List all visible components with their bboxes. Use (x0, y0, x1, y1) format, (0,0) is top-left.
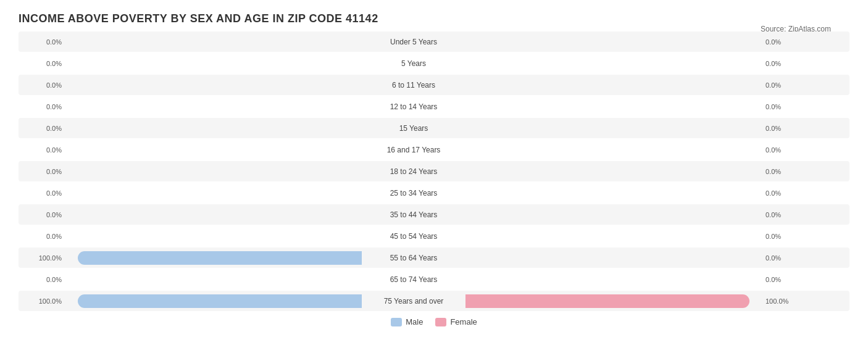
male-bar-track (65, 186, 362, 200)
right-container: 0.0% (463, 78, 809, 92)
male-bar-track (65, 273, 362, 286)
left-container: 100.0% (19, 294, 364, 308)
female-bar-track (465, 165, 762, 178)
chart-row: 100.0% 75 Years and over 100.0% (19, 291, 849, 311)
age-label: 18 to 24 Years (364, 167, 463, 176)
chart-row: 0.0% 35 to 44 Years 0.0% (19, 204, 849, 225)
female-value: 0.0% (766, 103, 793, 110)
female-bar-track (465, 273, 762, 286)
left-container: 0.0% (19, 78, 364, 92)
left-container: 0.0% (19, 35, 364, 49)
left-container: 0.0% (19, 122, 364, 135)
chart-row: 0.0% 12 to 14 Years 0.0% (19, 96, 849, 117)
female-bar-track (465, 294, 762, 308)
left-container: 0.0% (19, 57, 364, 70)
male-value: 0.0% (34, 38, 62, 46)
chart-row: 0.0% 65 to 74 Years 0.0% (19, 269, 849, 289)
left-container: 0.0% (19, 186, 364, 200)
male-value: 0.0% (34, 125, 62, 132)
right-container: 0.0% (463, 251, 809, 265)
male-bar-track (65, 208, 362, 222)
chart-row: 0.0% 5 Years 0.0% (19, 53, 849, 73)
chart-row: 0.0% 16 and 17 Years 0.0% (19, 139, 849, 160)
chart-row: 0.0% 25 to 34 Years 0.0% (19, 183, 849, 203)
legend-female: Female (435, 317, 477, 326)
chart-row: 0.0% 18 to 24 Years 0.0% (19, 161, 849, 181)
age-label: 45 to 54 Years (364, 232, 463, 241)
male-value: 100.0% (34, 297, 62, 305)
age-label: 65 to 74 Years (364, 275, 463, 284)
female-bar-track (465, 230, 762, 243)
right-container: 0.0% (463, 186, 809, 200)
age-label: 5 Years (364, 59, 463, 68)
male-value: 0.0% (34, 211, 62, 218)
female-bar-track (465, 100, 762, 114)
male-value: 0.0% (34, 60, 62, 67)
chart-row: 0.0% 6 to 11 Years 0.0% (19, 75, 849, 95)
female-bar-track (465, 251, 762, 265)
male-bar-track (65, 294, 362, 308)
male-bar (78, 251, 362, 265)
left-container: 0.0% (19, 273, 364, 286)
right-container: 0.0% (463, 143, 809, 157)
male-bar-track (65, 35, 362, 49)
right-container: 0.0% (463, 230, 809, 243)
female-value: 0.0% (766, 60, 793, 67)
male-bar (78, 294, 362, 308)
male-value: 0.0% (34, 103, 62, 110)
left-container: 0.0% (19, 230, 364, 243)
left-container: 0.0% (19, 165, 364, 178)
female-value: 0.0% (766, 276, 793, 283)
chart-row: 100.0% 55 to 64 Years 0.0% (19, 247, 849, 268)
male-bar-track (65, 165, 362, 178)
female-bar-track (465, 78, 762, 92)
male-value: 100.0% (34, 254, 62, 262)
chart-row: 0.0% 15 Years 0.0% (19, 118, 849, 138)
left-container: 0.0% (19, 208, 364, 222)
right-container: 0.0% (463, 100, 809, 114)
male-value: 0.0% (34, 233, 62, 240)
female-bar-track (465, 208, 762, 222)
legend-female-icon (435, 318, 446, 326)
left-container: 100.0% (19, 251, 364, 265)
age-label: 35 to 44 Years (364, 210, 463, 219)
age-label: 55 to 64 Years (364, 254, 463, 262)
age-label: 6 to 11 Years (364, 81, 463, 89)
legend: Male Female (19, 317, 849, 326)
right-container: 100.0% (463, 294, 809, 308)
female-bar-track (465, 57, 762, 70)
female-bar-track (465, 186, 762, 200)
female-bar (465, 294, 749, 308)
right-container: 0.0% (463, 273, 809, 286)
male-value: 0.0% (34, 81, 62, 89)
legend-male-label: Male (406, 317, 423, 326)
chart-title: INCOME ABOVE POVERTY BY SEX AND AGE IN Z… (19, 12, 849, 25)
chart-area: 0.0% Under 5 Years 0.0% 0.0% 5 Years (19, 31, 849, 311)
male-bar-track (65, 122, 362, 135)
age-label: 75 Years and over (364, 297, 463, 306)
female-value: 0.0% (766, 38, 793, 46)
right-container: 0.0% (463, 57, 809, 70)
female-bar-track (465, 122, 762, 135)
age-label: Under 5 Years (364, 38, 463, 46)
male-bar-track (65, 57, 362, 70)
left-container: 0.0% (19, 100, 364, 114)
right-container: 0.0% (463, 208, 809, 222)
chart-row: 0.0% 45 to 54 Years 0.0% (19, 226, 849, 246)
female-value: 0.0% (766, 254, 793, 262)
male-value: 0.0% (34, 189, 62, 197)
age-label: 25 to 34 Years (364, 189, 463, 197)
right-container: 0.0% (463, 35, 809, 49)
male-bar-track (65, 78, 362, 92)
female-value: 0.0% (766, 125, 793, 132)
female-value: 0.0% (766, 189, 793, 197)
male-value: 0.0% (34, 276, 62, 283)
age-label: 15 Years (364, 124, 463, 133)
legend-male-icon (391, 318, 402, 326)
legend-male: Male (391, 317, 423, 326)
female-value: 0.0% (766, 211, 793, 218)
chart-row: 0.0% Under 5 Years 0.0% (19, 31, 849, 52)
female-value: 0.0% (766, 233, 793, 240)
left-container: 0.0% (19, 143, 364, 157)
female-value: 0.0% (766, 168, 793, 175)
